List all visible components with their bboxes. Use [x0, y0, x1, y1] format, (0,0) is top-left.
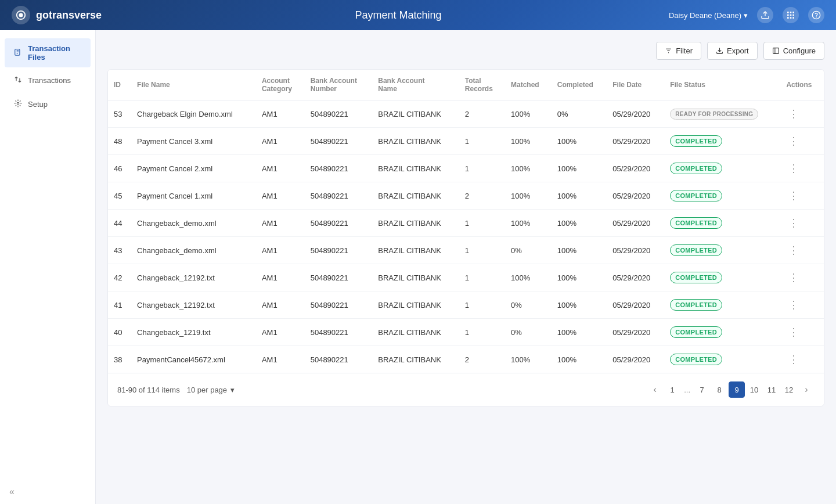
- row-actions-button[interactable]: ⋮: [786, 188, 801, 203]
- cell-actions[interactable]: ⋮: [780, 155, 824, 182]
- col-file-status: File Status: [664, 70, 780, 100]
- row-actions-button[interactable]: ⋮: [786, 352, 801, 367]
- cell-actions[interactable]: ⋮: [780, 237, 824, 264]
- cell-bank-account-name: BRAZIL CITIBANK: [372, 100, 459, 128]
- per-page-selector[interactable]: 10 per page ▾: [187, 386, 235, 394]
- row-actions-button[interactable]: ⋮: [786, 297, 801, 312]
- cell-actions[interactable]: ⋮: [780, 346, 824, 373]
- row-actions-button[interactable]: ⋮: [786, 325, 801, 340]
- cell-file-status: READY FOR PROCESSING: [664, 100, 780, 128]
- chevron-down-icon: ▾: [744, 11, 748, 20]
- logo-text: gotransverse: [36, 9, 102, 21]
- cell-matched: 0%: [505, 237, 552, 264]
- cell-file-name: Changeback_12192.txt: [131, 291, 256, 319]
- page-8-button[interactable]: 8: [711, 381, 727, 398]
- cell-file-date: 05/29/2020: [607, 210, 664, 237]
- cell-id: 53: [108, 100, 131, 128]
- row-actions-button[interactable]: ⋮: [786, 134, 801, 149]
- apps-grid-icon[interactable]: [783, 7, 799, 23]
- sidebar-item-transaction-files[interactable]: Transaction Files: [5, 38, 91, 67]
- svg-rect-5: [792, 12, 794, 13]
- cell-bank-account-name: BRAZIL CITIBANK: [372, 182, 459, 210]
- cell-matched: 100%: [505, 128, 552, 155]
- cell-file-name: Payment Cancel 3.xml: [131, 128, 256, 155]
- cell-file-name: Changeback_1219.txt: [131, 319, 256, 346]
- cell-total-records: 2: [459, 100, 505, 128]
- cell-bank-account-number: 504890221: [305, 182, 373, 210]
- row-actions-button[interactable]: ⋮: [786, 270, 801, 285]
- cell-file-date: 05/29/2020: [607, 346, 664, 373]
- cell-total-records: 1: [459, 264, 505, 291]
- transactions-icon: [14, 75, 22, 85]
- upload-icon[interactable]: [757, 7, 773, 23]
- cell-actions[interactable]: ⋮: [780, 100, 824, 128]
- table-row: 44 Changeback_demo.xml AM1 504890221 BRA…: [108, 210, 824, 237]
- configure-button[interactable]: Configure: [763, 42, 824, 60]
- next-page-button[interactable]: ›: [798, 381, 815, 398]
- cell-actions[interactable]: ⋮: [780, 210, 824, 237]
- cell-account-category: AM1: [256, 319, 305, 346]
- cell-actions[interactable]: ⋮: [780, 128, 824, 155]
- sidebar-item-label: Transactions: [28, 76, 71, 85]
- cell-file-date: 05/29/2020: [607, 128, 664, 155]
- col-file-date: File Date: [607, 70, 664, 100]
- cell-file-status: COMPLETED: [664, 237, 780, 264]
- cell-actions[interactable]: ⋮: [780, 319, 824, 346]
- cell-file-status: COMPLETED: [664, 128, 780, 155]
- export-button[interactable]: Export: [707, 42, 758, 60]
- sidebar-item-label: Transaction Files: [28, 44, 81, 62]
- cell-file-date: 05/29/2020: [607, 291, 664, 319]
- cell-file-name: Changeback_12192.txt: [131, 264, 256, 291]
- sidebar-item-transactions[interactable]: Transactions: [5, 70, 91, 91]
- cell-total-records: 1: [459, 319, 505, 346]
- page-11-button[interactable]: 11: [763, 381, 780, 398]
- page-12-button[interactable]: 12: [781, 381, 797, 398]
- filter-button[interactable]: Filter: [656, 42, 701, 60]
- cell-matched: 100%: [505, 264, 552, 291]
- sidebar-collapse-button[interactable]: «: [0, 480, 95, 504]
- cell-bank-account-number: 504890221: [305, 128, 373, 155]
- page-1-button[interactable]: 1: [664, 381, 680, 398]
- help-icon[interactable]: [808, 7, 824, 23]
- row-actions-button[interactable]: ⋮: [786, 106, 801, 121]
- cell-completed: 100%: [552, 128, 607, 155]
- page-9-button[interactable]: 9: [729, 381, 745, 398]
- cell-account-category: AM1: [256, 100, 305, 128]
- app-header: gotransverse Payment Matching Daisy Dean…: [0, 0, 836, 30]
- cell-actions[interactable]: ⋮: [780, 291, 824, 319]
- cell-file-name: Chargeback Elgin Demo.xml: [131, 100, 256, 128]
- col-bank-account-name: Bank AccountName: [372, 70, 459, 100]
- prev-page-button[interactable]: ‹: [647, 381, 663, 398]
- cell-actions[interactable]: ⋮: [780, 182, 824, 210]
- cell-completed: 100%: [552, 264, 607, 291]
- row-actions-button[interactable]: ⋮: [786, 243, 801, 258]
- user-menu[interactable]: Daisy Deane (Deane) ▾: [669, 11, 748, 20]
- cell-file-name: Payment Cancel 2.xml: [131, 155, 256, 182]
- cell-account-category: AM1: [256, 128, 305, 155]
- cell-matched: 0%: [505, 291, 552, 319]
- cell-actions[interactable]: ⋮: [780, 264, 824, 291]
- cell-matched: 100%: [505, 100, 552, 128]
- sidebar-item-setup[interactable]: Setup: [5, 93, 91, 115]
- cell-file-name: Changeback_demo.xml: [131, 210, 256, 237]
- filter-icon: [665, 47, 672, 55]
- cell-id: 48: [108, 128, 131, 155]
- page-title: Payment Matching: [128, 9, 669, 21]
- cell-bank-account-name: BRAZIL CITIBANK: [372, 210, 459, 237]
- page-7-button[interactable]: 7: [694, 381, 710, 398]
- cell-total-records: 1: [459, 155, 505, 182]
- svg-rect-11: [792, 17, 794, 19]
- row-actions-button[interactable]: ⋮: [786, 215, 801, 231]
- cell-matched: 100%: [505, 346, 552, 373]
- status-badge: COMPLETED: [670, 244, 722, 256]
- table-row: 46 Payment Cancel 2.xml AM1 504890221 BR…: [108, 155, 824, 182]
- cell-bank-account-number: 504890221: [305, 100, 373, 128]
- sidebar-item-label: Setup: [28, 100, 48, 109]
- svg-rect-20: [773, 48, 779, 54]
- main-content: Filter Export Configure: [96, 30, 836, 504]
- table-header-row: ID File Name AccountCategory Bank Accoun…: [108, 70, 824, 100]
- cell-file-status: COMPLETED: [664, 319, 780, 346]
- row-actions-button[interactable]: ⋮: [786, 161, 801, 176]
- cell-id: 41: [108, 291, 131, 319]
- page-10-button[interactable]: 10: [746, 381, 762, 398]
